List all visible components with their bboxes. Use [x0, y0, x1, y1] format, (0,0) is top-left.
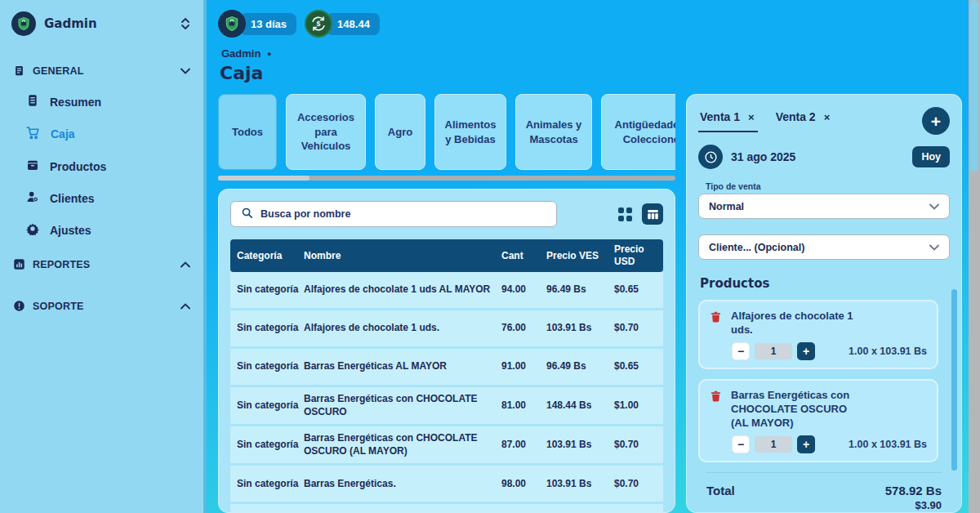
sidebar-item-label: Productos	[50, 160, 106, 173]
page-title: Caja	[220, 63, 962, 83]
add-sale-button[interactable]: +	[922, 107, 950, 135]
sale-tab-venta-2[interactable]: Venta 2 ×	[774, 107, 834, 131]
currency-exchange-icon: $	[305, 10, 332, 38]
col-header-categoria: Categoría	[237, 250, 304, 262]
sale-date[interactable]: 31 ago 2025	[731, 150, 795, 163]
exchange-rate-label: 148.44	[326, 13, 380, 35]
divider	[706, 472, 942, 473]
chevron-down-icon	[929, 201, 939, 212]
sidebar: Gadmin GENERAL Resumen Caja Productos Cl…	[0, 0, 207, 513]
cart-item: Barras Energéticas con CHOCOLATE OSCURO …	[698, 379, 938, 462]
table-view-button[interactable]	[642, 203, 663, 225]
sidebar-collapse-icon[interactable]	[180, 17, 190, 30]
cart-scrollbar-thumb[interactable]	[951, 289, 957, 471]
cell-name: Barras Energéticas con CHOCOLATE OSCURO …	[304, 432, 501, 457]
brand-row: Gadmin	[10, 8, 194, 56]
search-box	[230, 201, 557, 227]
cell-usd: $0.65	[614, 283, 657, 297]
table-row[interactable]: Sin categoría Barras Energéticas con CHO…	[230, 387, 663, 424]
quantity-value[interactable]: 1	[755, 436, 792, 453]
cell-name: Barras Energéticas AL MAYOR	[304, 360, 501, 373]
sidebar-item-label: Clientes	[50, 192, 94, 205]
grid-view-icon[interactable]	[618, 207, 632, 221]
close-icon[interactable]: ×	[824, 111, 831, 123]
today-button[interactable]: Hoy	[912, 146, 950, 167]
trash-icon[interactable]	[710, 390, 722, 406]
category-tabs-scrollbar-thumb[interactable]	[218, 176, 310, 181]
cart-item-line-price: 1.00 x 103.91 Bs	[849, 439, 927, 450]
category-tab-animales[interactable]: Animales y Mascotas	[515, 94, 592, 170]
page-scrollbar[interactable]	[969, 0, 980, 513]
cell-usd: $0.65	[614, 360, 657, 373]
table-row[interactable]: Sin categoría Barras Energéticas con CHO…	[230, 426, 663, 463]
document-icon	[26, 94, 39, 109]
sidebar-item-clientes[interactable]: Clientes	[10, 182, 194, 214]
minus-button[interactable]: −	[732, 435, 750, 453]
exchange-rate-badge[interactable]: $ 148.44	[305, 10, 380, 38]
quantity-value[interactable]: 1	[755, 343, 792, 359]
sale-tab-venta-1[interactable]: Venta 1 ×	[698, 107, 758, 132]
col-header-precio-ves: Precio VES	[546, 250, 614, 262]
plus-button[interactable]: +	[797, 342, 815, 360]
plus-button[interactable]: +	[797, 435, 815, 453]
sidebar-section-general[interactable]: GENERAL	[10, 56, 194, 86]
minus-button[interactable]: −	[732, 342, 750, 360]
breadcrumb-root[interactable]: Gadmin	[221, 47, 261, 60]
chevron-down-icon	[929, 242, 939, 253]
cell-ves: 148.44 Bs	[546, 399, 614, 413]
table-row[interactable]: Sin categoría Alfajores de chocolate 1 u…	[230, 310, 663, 346]
category-tab-todos[interactable]: Todos	[218, 94, 277, 170]
topbar: 13 días $ 148.44	[218, 10, 962, 38]
trial-days-badge[interactable]: 13 días	[218, 10, 296, 38]
cart-item: Alfajores de chocolate 1 uds. − 1 + 1.00…	[698, 300, 938, 369]
cell-ves: 96.49 Bs	[546, 360, 614, 373]
cell-name: Barras Energéticas con CHOCOLATE OSCURO	[304, 393, 501, 418]
box-icon	[26, 158, 39, 174]
cell-cant: 91.00	[501, 360, 546, 373]
cell-ves: 96.49 Bs	[546, 283, 614, 297]
cell-category: Sin categoría	[237, 439, 304, 452]
sidebar-item-label: Resumen	[50, 96, 101, 109]
gadmin-logo-icon	[11, 11, 36, 36]
cell-ves: 103.91 Bs	[546, 439, 614, 452]
sidebar-item-label: Caja	[51, 127, 75, 141]
table-row[interactable]: Sin categoría Barras Energéticas AL MAYO…	[230, 349, 663, 385]
sidebar-item-label: Ajustes	[50, 224, 91, 237]
trash-icon[interactable]	[710, 310, 722, 327]
sale-type-select[interactable]: Normal	[698, 194, 950, 219]
total-usd: $3.90	[885, 499, 942, 511]
cell-cant: 94.00	[501, 283, 546, 297]
category-tab-accesorios[interactable]: Accesorios para Vehículos	[286, 94, 366, 170]
section-soporte-label: SOPORTE	[33, 301, 84, 312]
close-icon[interactable]: ×	[748, 111, 755, 123]
cell-category: Sin categoría	[237, 283, 304, 297]
table-row[interactable]: Sin categoría	[230, 504, 663, 513]
cell-ves: 103.91 Bs	[546, 322, 614, 335]
client-select[interactable]: Cliente... (Opcional)	[698, 234, 950, 260]
category-tabs-scrollbar[interactable]	[218, 176, 675, 181]
chevron-up-icon	[180, 301, 190, 312]
client-select-value: Cliente... (Opcional)	[709, 242, 804, 253]
category-tab-agro[interactable]: Agro	[375, 94, 425, 170]
cell-name: Alfajores de chocolate 1 uds.	[304, 322, 501, 335]
sidebar-section-reportes[interactable]: REPORTES	[10, 249, 194, 279]
sidebar-item-productos[interactable]: Productos	[10, 150, 194, 182]
sidebar-item-resumen[interactable]: Resumen	[10, 86, 194, 118]
chevron-up-icon	[180, 259, 190, 270]
main-content: 13 días $ 148.44 Gadmin • Caja Todos Acc…	[207, 0, 980, 513]
section-general-label: GENERAL	[33, 65, 84, 77]
cart-products-title: Productos	[700, 276, 950, 291]
clock-icon[interactable]	[698, 145, 723, 169]
table-row[interactable]: Sin categoría Barras Energéticas. 98.00 …	[230, 466, 663, 502]
total-ves: 578.92 Bs	[885, 484, 942, 497]
page-scrollbar-thumb[interactable]	[970, 0, 978, 172]
cell-category: Sin categoría	[237, 322, 304, 335]
sidebar-item-ajustes[interactable]: Ajustes	[10, 214, 194, 246]
category-tab-antiguedades[interactable]: Antigüedades y Colecciones	[601, 94, 675, 170]
sidebar-item-caja[interactable]: Caja	[10, 118, 194, 150]
search-input[interactable]	[261, 208, 546, 220]
sidebar-section-soporte[interactable]: SOPORTE	[10, 291, 194, 321]
category-tab-alimentos[interactable]: Alimentos y Bebidas	[434, 94, 506, 170]
trial-days-label: 13 días	[239, 13, 296, 35]
table-row[interactable]: Sin categoría Alfajores de chocolate 1 u…	[230, 272, 663, 308]
